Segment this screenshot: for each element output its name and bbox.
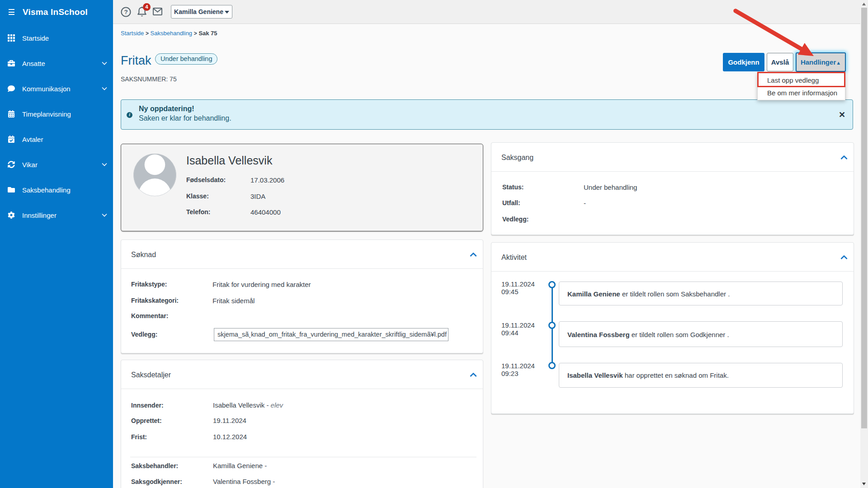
svg-text:?: ? bbox=[124, 9, 127, 15]
